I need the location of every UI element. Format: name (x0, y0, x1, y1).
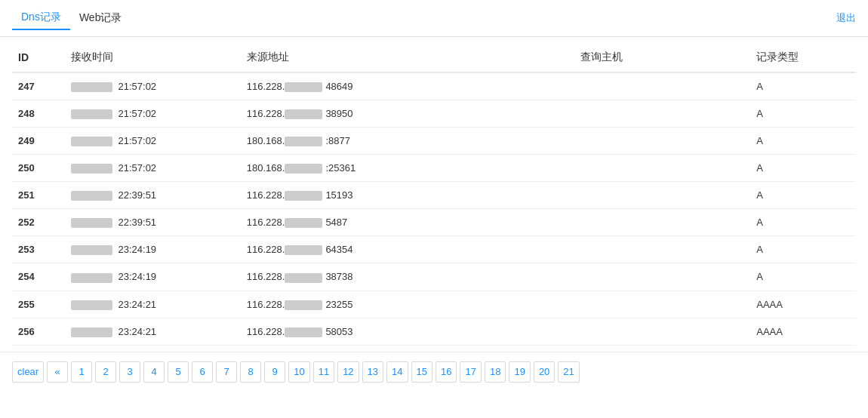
time-value: 23:24:21 (119, 326, 157, 337)
time-value: 21:57:02 (119, 162, 157, 174)
ip-blurred (285, 137, 322, 146)
time-blurred: 2017 (71, 327, 112, 337)
time-blurred: 2017 (71, 218, 112, 228)
page-btn-8[interactable]: 8 (240, 361, 261, 383)
cell-id: 249 (12, 128, 65, 155)
page-btn-9[interactable]: 9 (264, 361, 285, 383)
cell-source: 116.228.58053 (241, 318, 575, 345)
table-row: 254 2017 23:24:19 116.228.38738 A (12, 263, 856, 290)
cell-host (574, 290, 750, 318)
ip-blurred (285, 327, 322, 337)
ip-prefix: 116.228. (247, 326, 285, 337)
table-row: 255 2017 23:24:21 116.228.23255 AAAA (12, 290, 856, 318)
port-value: 5487 (325, 217, 347, 228)
time-blurred: 2017 (71, 164, 112, 174)
page-btn-11[interactable]: 11 (313, 361, 334, 383)
cell-id: 256 (12, 318, 65, 345)
cell-host (574, 72, 750, 100)
page-btn-16[interactable]: 16 (436, 361, 457, 383)
port-value: 23255 (325, 299, 352, 310)
cell-time: 2017 21:57:02 (65, 155, 241, 182)
cell-host (574, 209, 750, 236)
tab-dns[interactable]: Dns记录 (12, 6, 70, 30)
time-blurred: 2017 (71, 191, 112, 201)
cell-source: 116.228.23255 (241, 290, 575, 318)
table-row: 247 2017 21:57:02 116.228.48649 A (12, 72, 856, 100)
time-blurred: 2017 (71, 245, 112, 255)
prev-button[interactable]: « (47, 361, 68, 383)
port-value: :25361 (325, 162, 356, 174)
clear-button[interactable]: clear (12, 361, 44, 383)
page-btn-20[interactable]: 20 (534, 361, 555, 383)
cell-time: 2017 21:57:02 (65, 72, 241, 100)
table-header-row: ID 接收时间 来源地址 查询主机 记录类型 (12, 43, 856, 72)
cell-id: 251 (12, 182, 65, 209)
cell-source: 116.228.64354 (241, 236, 575, 263)
cell-id: 250 (12, 155, 65, 182)
cell-id: 252 (12, 209, 65, 236)
cell-type: AAAA (750, 290, 856, 318)
cell-source: 116.228.48649 (241, 72, 575, 100)
col-header-source: 来源地址 (241, 43, 575, 72)
page-btn-4[interactable]: 4 (143, 361, 165, 383)
time-blurred: 2017 (71, 82, 112, 92)
page-btn-17[interactable]: 17 (460, 361, 481, 383)
ip-prefix: 180.168. (247, 162, 285, 174)
cell-time: 2017 21:57:02 (65, 128, 241, 155)
ip-prefix: 116.228. (247, 189, 285, 201)
cell-type: AAAA (750, 318, 856, 345)
port-value: 58053 (325, 326, 352, 337)
page-btn-15[interactable]: 15 (411, 361, 432, 383)
time-blurred: 2017 (71, 109, 112, 119)
cell-host (574, 128, 750, 155)
top-nav: Dns记录 Web记录 退出 (0, 0, 868, 37)
ip-prefix: 116.228. (247, 81, 285, 92)
page-btn-7[interactable]: 7 (216, 361, 237, 383)
cell-id: 248 (12, 100, 65, 128)
page-btn-2[interactable]: 2 (95, 361, 116, 383)
cell-type: A (750, 182, 856, 209)
page-btn-18[interactable]: 18 (485, 361, 506, 383)
cell-type: A (750, 263, 856, 290)
page-btn-14[interactable]: 14 (386, 361, 408, 383)
page-btn-1[interactable]: 1 (71, 361, 92, 383)
table-row: 256 2017 23:24:21 116.228.58053 AAAA (12, 318, 856, 345)
tab-web[interactable]: Web记录 (70, 7, 131, 29)
port-value: 64354 (325, 244, 352, 255)
page-btn-5[interactable]: 5 (168, 361, 189, 383)
ip-blurred (285, 300, 322, 310)
time-value: 22:39:51 (119, 189, 157, 201)
ip-blurred (285, 245, 322, 255)
ip-blurred (285, 273, 322, 283)
cell-time: 2017 21:57:02 (65, 100, 241, 128)
cell-id: 253 (12, 236, 65, 263)
cell-source: 116.228.38738 (241, 263, 575, 290)
cell-time: 2017 22:39:51 (65, 209, 241, 236)
cell-type: A (750, 128, 856, 155)
port-value: 38950 (325, 108, 352, 119)
ip-prefix: 116.228. (247, 108, 285, 119)
page-btn-3[interactable]: 3 (119, 361, 140, 383)
pagination: clear « 12345678910111213141516171819202… (0, 352, 868, 392)
logout-button[interactable]: 退出 (836, 11, 856, 25)
col-header-type: 记录类型 (750, 43, 856, 72)
cell-source: 116.228.38950 (241, 100, 575, 128)
ip-blurred (285, 109, 322, 119)
time-value: 21:57:02 (119, 108, 157, 119)
ip-prefix: 116.228. (247, 217, 285, 228)
cell-host (574, 318, 750, 345)
port-value: 38738 (325, 271, 352, 282)
page-btn-19[interactable]: 19 (509, 361, 530, 383)
page-btn-12[interactable]: 12 (337, 361, 359, 383)
page-btn-21[interactable]: 21 (558, 361, 579, 383)
page-btn-6[interactable]: 6 (192, 361, 213, 383)
page-btn-10[interactable]: 10 (288, 361, 309, 383)
ip-blurred (285, 191, 322, 201)
cell-host (574, 236, 750, 263)
cell-host (574, 263, 750, 290)
page-btn-13[interactable]: 13 (362, 361, 383, 383)
col-header-time: 接收时间 (65, 43, 241, 72)
cell-time: 2017 23:24:21 (65, 318, 241, 345)
port-value: 48649 (325, 81, 352, 92)
cell-type: A (750, 209, 856, 236)
